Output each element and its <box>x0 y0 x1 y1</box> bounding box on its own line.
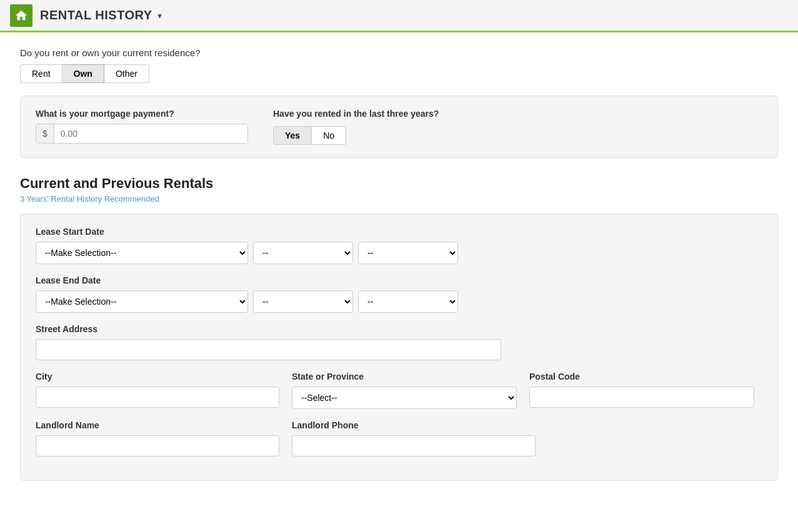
landlord-row: Landlord Name Landlord Phone <box>36 420 762 456</box>
landlord-name-col: Landlord Name <box>36 420 279 456</box>
lease-start-section: Lease Start Date --Make Selection-- Janu… <box>36 227 762 264</box>
btn-yes[interactable]: Yes <box>273 126 312 145</box>
landlord-phone-input[interactable] <box>292 435 536 456</box>
lease-start-label: Lease Start Date <box>36 227 762 237</box>
lease-end-year-select[interactable]: -- 2024202320222021 2020201920182017 201… <box>358 290 458 313</box>
city-label: City <box>36 372 279 382</box>
rented-toggle-group: Yes No <box>273 126 439 145</box>
lease-end-row: --Make Selection-- JanuaryFebruaryMarch … <box>36 290 762 313</box>
city-col: City <box>36 372 279 409</box>
landlord-phone-label: Landlord Phone <box>292 420 536 430</box>
state-col: State or Province --Select-- ALAKAZAR CA… <box>292 372 517 409</box>
mortgage-label: What is your mortgage payment? <box>36 109 248 119</box>
city-state-postal-row: City State or Province --Select-- ALAKAZ… <box>36 372 762 409</box>
landlord-phone-col: Landlord Phone <box>292 420 536 456</box>
rented-field: Have you rented in the last three years?… <box>273 109 439 145</box>
main-content: Do you rent or own your current residenc… <box>0 32 798 496</box>
lease-end-month-select[interactable]: --Make Selection-- JanuaryFebruaryMarch … <box>36 290 248 313</box>
page-title: RENTAL HISTORY <box>40 8 152 22</box>
dollar-prefix: $ <box>36 124 54 143</box>
header-dropdown-arrow[interactable]: ▾ <box>157 11 162 21</box>
lease-start-year-select[interactable]: -- 2024202320222021 2020201920182017 201… <box>358 242 458 264</box>
lease-start-month-select[interactable]: --Make Selection-- JanuaryFebruaryMarch … <box>36 242 248 264</box>
landlord-name-label: Landlord Name <box>36 420 279 430</box>
rented-label: Have you rented in the last three years? <box>273 109 439 119</box>
street-address-input[interactable] <box>36 339 501 360</box>
state-label: State or Province <box>292 372 517 382</box>
landlord-name-input[interactable] <box>36 435 279 456</box>
residence-toggle-group: Rent Own Other <box>20 64 778 83</box>
lease-end-label: Lease End Date <box>36 275 762 285</box>
rentals-section-title: Current and Previous Rentals <box>20 175 778 192</box>
lease-end-day-select[interactable]: -- 12345 678910 1112131415 1617181920 21… <box>253 290 353 313</box>
mortgage-row: What is your mortgage payment? $ Have yo… <box>36 109 762 145</box>
btn-own[interactable]: Own <box>62 64 104 83</box>
lease-start-row: --Make Selection-- JanuaryFebruaryMarch … <box>36 242 762 264</box>
mortgage-section: What is your mortgage payment? $ Have yo… <box>20 96 778 158</box>
residence-question-label: Do you rent or own your current residenc… <box>20 47 778 58</box>
btn-other[interactable]: Other <box>104 64 149 83</box>
rentals-section-subtitle: 3 Years' Rental History Recommended <box>20 194 778 204</box>
header: RENTAL HISTORY ▾ <box>0 0 798 32</box>
lease-start-day-select[interactable]: -- 12345 678910 1112131415 1617181920 21… <box>253 242 353 264</box>
postal-input[interactable] <box>529 387 754 408</box>
btn-rent[interactable]: Rent <box>20 64 62 83</box>
mortgage-input-wrapper: $ <box>36 124 248 144</box>
city-input[interactable] <box>36 387 279 408</box>
street-address-section: Street Address <box>36 324 762 360</box>
rental-form-card: Lease Start Date --Make Selection-- Janu… <box>20 214 778 481</box>
btn-no[interactable]: No <box>312 126 346 145</box>
postal-col: Postal Code <box>529 372 754 409</box>
state-select[interactable]: --Select-- ALAKAZAR CACOCTDE FLGAHIID IL… <box>292 387 517 409</box>
lease-end-section: Lease End Date --Make Selection-- Januar… <box>36 275 762 313</box>
home-icon <box>10 4 32 27</box>
mortgage-field: What is your mortgage payment? $ <box>36 109 248 144</box>
mortgage-input[interactable] <box>54 124 247 143</box>
postal-label: Postal Code <box>529 372 754 382</box>
street-address-label: Street Address <box>36 324 762 334</box>
